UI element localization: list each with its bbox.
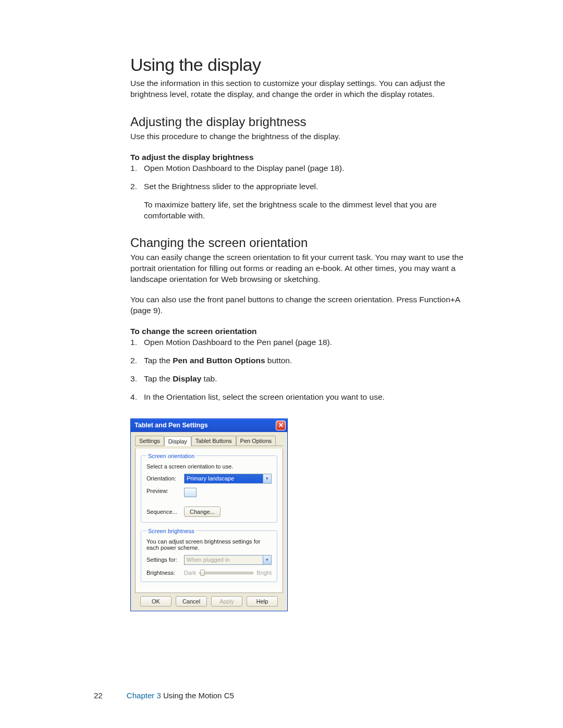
cancel-button[interactable]: Cancel xyxy=(176,596,207,607)
list-item: Open Motion Dashboard to the Pen panel (… xyxy=(130,337,477,348)
apply-button[interactable]: Apply xyxy=(211,596,242,607)
slider-thumb[interactable] xyxy=(200,570,205,576)
orientation-dropdown[interactable]: Primary landscape ▾ xyxy=(184,474,272,484)
tab-settings[interactable]: Settings xyxy=(135,436,164,446)
tab-tablet-buttons[interactable]: Tablet Buttons xyxy=(191,436,236,446)
close-button[interactable]: ✕ xyxy=(276,421,286,430)
chevron-down-icon: ▾ xyxy=(263,556,271,564)
section-heading-orientation: Changing the screen orientation xyxy=(130,236,477,250)
settings-for-label: Settings for: xyxy=(146,557,184,563)
intro-paragraph: Use the information in this section to c… xyxy=(130,78,477,100)
close-icon: ✕ xyxy=(278,422,284,428)
tab-pen-options[interactable]: Pen Options xyxy=(236,436,276,446)
group-screen-brightness: Screen brightness You can adjust screen … xyxy=(141,528,277,582)
list-item: Open Motion Dashboard to the Display pan… xyxy=(130,163,477,174)
sequence-label: Sequence... xyxy=(146,509,184,515)
dialog-button-row: OK Cancel Apply Help xyxy=(135,596,283,607)
group-legend: Screen brightness xyxy=(146,528,196,534)
section-paragraph: You can easily change the screen orienta… xyxy=(130,252,477,285)
group-note: You can adjust screen brightness setting… xyxy=(146,538,272,551)
step-text: Set the Brightness slider to the appropr… xyxy=(144,182,318,191)
step-text: Tap the xyxy=(144,374,173,383)
procedure-heading: To adjust the display brightness xyxy=(130,153,477,162)
section-heading-brightness: Adjusting the display brightness xyxy=(130,115,477,129)
settings-for-dropdown: When plugged in ▾ xyxy=(184,555,272,565)
group-legend: Screen orientation xyxy=(146,453,196,459)
list-item: Tap the Display tab. xyxy=(130,374,477,385)
tablet-pen-settings-dialog: Tablet and Pen Settings ✕ Settings Displ… xyxy=(130,418,288,611)
dropdown-value: Primary landscape xyxy=(187,475,234,482)
preview-label: Preview: xyxy=(146,488,184,494)
slider-min-label: Dark xyxy=(184,570,196,576)
list-item: In the Orientation list, select the scre… xyxy=(130,392,477,403)
section-intro: Use this procedure to change the brightn… xyxy=(130,131,477,142)
tabpage-display: Screen orientation Select a screen orien… xyxy=(135,449,283,593)
step-text: Tap the xyxy=(144,356,173,365)
group-screen-orientation: Screen orientation Select a screen orien… xyxy=(141,453,277,523)
step-bold: Pen and Button Options xyxy=(173,356,265,365)
orientation-preview xyxy=(184,488,197,497)
slider-max-label: Bright xyxy=(256,570,272,576)
step-bold: Display xyxy=(173,374,201,383)
group-note: Select a screen orientation to use. xyxy=(146,463,272,470)
chevron-down-icon: ▾ xyxy=(263,474,271,483)
chapter-title: Using the Motion C5 xyxy=(161,691,234,700)
dialog-title: Tablet and Pen Settings xyxy=(134,422,208,429)
tab-display[interactable]: Display xyxy=(164,436,191,446)
page-footer: 22 Chapter 3 Using the Motion C5 xyxy=(94,691,234,700)
chapter-label: Chapter 3 xyxy=(127,691,161,700)
step-text: button. xyxy=(265,356,292,365)
brightness-slider[interactable] xyxy=(199,569,253,576)
step-note: To maximize battery life, set the bright… xyxy=(144,200,477,221)
orientation-label: Orientation: xyxy=(146,475,184,482)
procedure-list: Open Motion Dashboard to the Display pan… xyxy=(130,163,477,221)
help-button[interactable]: Help xyxy=(247,596,278,607)
change-button[interactable]: Change... xyxy=(184,507,221,517)
step-text: tab. xyxy=(201,374,217,383)
ok-button[interactable]: OK xyxy=(140,596,172,607)
procedure-list: Open Motion Dashboard to the Pen panel (… xyxy=(130,337,477,403)
list-item: Set the Brightness slider to the appropr… xyxy=(130,181,477,221)
brightness-label: Brightness: xyxy=(146,570,184,576)
section-paragraph: You can also use the front panel buttons… xyxy=(130,294,477,316)
dropdown-value: When plugged in xyxy=(187,557,230,563)
list-item: Tap the Pen and Button Options button. xyxy=(130,355,477,366)
page-number: 22 xyxy=(94,691,103,700)
page-heading: Using the display xyxy=(130,55,477,75)
dialog-titlebar[interactable]: Tablet and Pen Settings ✕ xyxy=(131,419,287,432)
procedure-heading: To change the screen orientation xyxy=(130,327,477,336)
dialog-tabs: Settings Display Tablet Buttons Pen Opti… xyxy=(135,436,283,446)
